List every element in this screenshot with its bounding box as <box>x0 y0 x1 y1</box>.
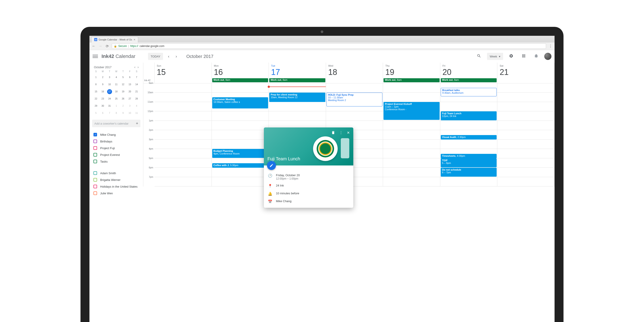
calendar-event[interactable]: Timesheets, 4:30pm <box>441 154 497 158</box>
mini-day-cell[interactable]: 26 <box>120 96 126 101</box>
apps-grid-icon[interactable] <box>519 54 528 59</box>
mini-day-cell[interactable]: 27 <box>128 96 132 101</box>
mini-day-cell[interactable]: 1 <box>94 75 98 80</box>
calendar-event[interactable]: Project Everest Kickoff11am – 1pmConfere… <box>384 102 440 120</box>
view-selector[interactable]: Week▾ <box>487 53 503 60</box>
calendar-event[interactable]: Visual Audit, 2:30pm <box>441 135 497 140</box>
mini-day-cell[interactable]: 5 <box>120 75 126 80</box>
browser-reload-icon[interactable]: ⟳ <box>105 44 109 48</box>
calendar-checkbox[interactable] <box>94 146 97 150</box>
day-header-cell[interactable]: Sun15 <box>154 62 212 78</box>
mini-day-cell[interactable]: 9 <box>120 111 126 116</box>
mini-day-cell[interactable]: 11 <box>134 111 139 116</box>
mini-next-icon[interactable]: › <box>138 65 139 69</box>
calendar-list-item[interactable]: Julie Wen <box>92 190 140 196</box>
calendar-checkbox[interactable] <box>94 185 97 188</box>
calendar-event[interactable]: Breakfast talks9:30am, Auditorium <box>441 88 497 96</box>
prev-week-icon[interactable]: ‹ <box>166 54 170 59</box>
mini-day-cell[interactable]: 8 <box>114 111 119 116</box>
calendar-event[interactable]: Budget Planning4pm, Conference Room <box>212 149 268 158</box>
calendar-checkbox[interactable] <box>94 171 97 175</box>
mini-day-cell[interactable]: 9 <box>100 82 105 87</box>
calendar-list-item[interactable]: Holidays in the United States <box>92 183 140 190</box>
calendar-checkbox[interactable]: ✓ <box>94 133 97 136</box>
edit-event-button[interactable] <box>267 161 276 170</box>
hamburger-icon[interactable] <box>92 54 98 59</box>
mini-day-cell[interactable]: 5 <box>94 111 98 116</box>
calendar-checkbox[interactable] <box>94 192 97 195</box>
day-header-cell[interactable]: Mon16 <box>212 62 269 78</box>
mini-day-cell[interactable]: 29 <box>94 104 98 108</box>
day-column[interactable]: Project Everest Kickoff11am – 1pmConfere… <box>383 83 440 186</box>
browser-menu-icon[interactable]: ⋮ <box>549 44 552 48</box>
calendar-event[interactable]: Fuji Team Lunch12pm, 24 Ink <box>441 111 497 120</box>
mini-day-cell[interactable]: 7 <box>134 75 139 80</box>
calendar-event[interactable]: TGIF5 – 6pm <box>441 158 497 167</box>
plus-icon[interactable]: + <box>136 121 138 126</box>
calendar-list-item[interactable]: ✓Mike Chang <box>92 131 140 138</box>
mini-day-cell[interactable]: 13 <box>128 82 132 87</box>
allday-cell[interactable]: Work out, 8am <box>212 78 269 84</box>
day-header-cell[interactable]: Sat21 <box>497 62 554 78</box>
browser-forward-icon[interactable]: → <box>98 44 102 48</box>
day-header-cell[interactable]: Wed18 <box>326 62 383 78</box>
mini-day-cell[interactable]: 28 <box>134 96 139 101</box>
mini-day-cell[interactable]: 16 <box>100 89 105 94</box>
allday-cell[interactable] <box>326 78 383 84</box>
mini-day-cell[interactable]: 2 <box>120 104 126 108</box>
calendar-list-item[interactable]: Project Everest <box>92 152 140 158</box>
allday-cell[interactable]: Work out, 8am <box>269 78 326 84</box>
allday-cell[interactable]: Work out, 8am <box>440 78 498 84</box>
day-column[interactable] <box>497 83 554 186</box>
day-header-cell[interactable]: Tue17 <box>269 62 326 78</box>
mini-day-cell[interactable]: 4 <box>134 104 139 108</box>
day-column[interactable]: Breakfast talks9:30am, AuditoriumFuji Te… <box>440 83 498 186</box>
browser-back-icon[interactable]: ← <box>92 44 96 48</box>
today-button[interactable]: TODAY <box>148 53 163 60</box>
calendar-checkbox[interactable] <box>94 140 97 143</box>
settings-gear-icon[interactable] <box>507 54 516 59</box>
mini-day-cell[interactable]: 1 <box>114 104 119 108</box>
mini-day-cell[interactable]: 23 <box>100 96 105 101</box>
day-header-cell[interactable]: Thu19 <box>383 62 440 78</box>
allday-event[interactable]: Work out, 8am <box>269 78 325 82</box>
mini-day-cell[interactable]: 14 <box>134 82 139 87</box>
mini-day-cell[interactable]: 10 <box>107 82 112 87</box>
mini-day-cell[interactable]: 21 <box>134 89 139 94</box>
mini-day-cell[interactable]: 3 <box>128 104 132 108</box>
user-avatar[interactable] <box>544 53 552 60</box>
mini-day-cell[interactable]: 20 <box>128 89 132 94</box>
calendar-event[interactable]: Coffee with J, 5:30pm <box>212 163 268 168</box>
allday-cell[interactable]: Work out, 8am <box>383 78 440 84</box>
mini-day-cell[interactable]: 3 <box>107 75 112 80</box>
notifications-bell-icon[interactable] <box>532 54 541 59</box>
calendar-checkbox[interactable] <box>94 153 97 156</box>
calendar-checkbox[interactable] <box>94 178 97 182</box>
mini-day-cell[interactable]: 15 <box>94 89 98 94</box>
mini-day-cell[interactable]: 24 <box>107 96 112 101</box>
mini-day-cell[interactable]: 17 <box>107 89 112 94</box>
calendar-event[interactable]: Do not schedule6 – 7pm <box>441 168 497 177</box>
calendar-list-item[interactable]: Birthdays <box>92 138 140 145</box>
allday-cell[interactable] <box>497 78 554 84</box>
browser-tab[interactable]: 16 Google Calendar - Week of Oc × <box>91 37 138 42</box>
delete-icon[interactable] <box>331 130 335 136</box>
mini-day-cell[interactable]: 10 <box>128 111 132 116</box>
calendar-event[interactable]: Customer Meeting10:30am, Salon coffee s <box>212 97 268 108</box>
calendar-list-item[interactable]: Brigatta Werner <box>92 176 140 183</box>
day-header-cell[interactable]: Fri20 <box>440 62 498 78</box>
add-coworker-input[interactable]: Add a coworker's calendar + <box>92 120 140 127</box>
mini-day-cell[interactable]: 30 <box>100 104 105 108</box>
mini-day-cell[interactable]: 6 <box>100 111 105 116</box>
mini-day-cell[interactable]: 12 <box>120 82 126 87</box>
allday-cell[interactable] <box>154 78 212 84</box>
mini-prev-icon[interactable]: ‹ <box>134 65 136 69</box>
allday-event[interactable]: Work out, 8am <box>212 78 268 82</box>
mini-day-cell[interactable]: 4 <box>114 75 119 80</box>
mini-day-cell[interactable]: 18 <box>114 89 119 94</box>
mini-day-cell[interactable]: 6 <box>128 75 132 80</box>
mini-day-cell[interactable]: 31 <box>107 104 112 108</box>
day-column[interactable]: Customer Meeting10:30am, Salon coffee sB… <box>212 83 269 186</box>
mini-day-cell[interactable]: 2 <box>100 75 105 80</box>
calendar-list-item[interactable]: Tasks <box>92 158 140 165</box>
